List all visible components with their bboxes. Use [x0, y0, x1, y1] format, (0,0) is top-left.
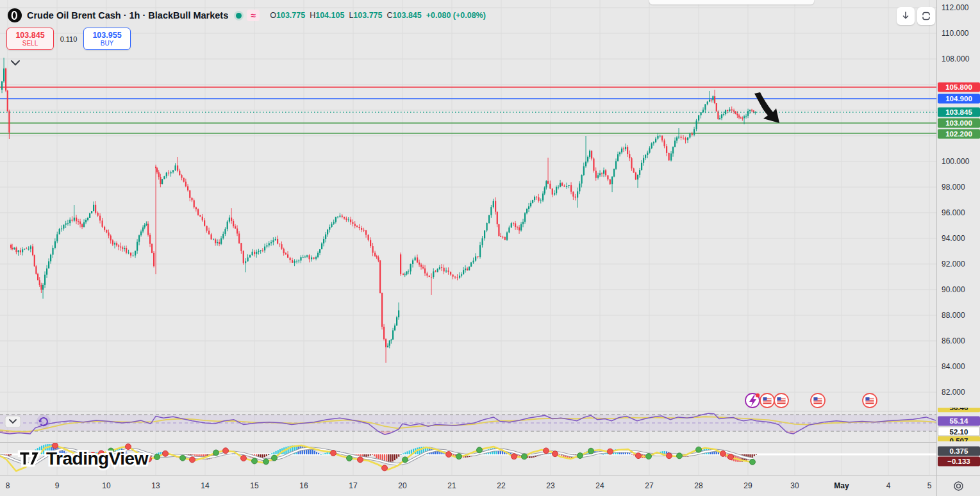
us-flag-event-icon[interactable]: [760, 393, 774, 408]
time-tick-label: 17: [349, 481, 357, 490]
axis-corner: [936, 475, 980, 496]
time-tick-label: 14: [201, 481, 209, 490]
price-tick-label: 108.000: [942, 54, 969, 63]
price-tick-label: 100.000: [942, 157, 969, 166]
close-value: 103.845: [393, 11, 422, 20]
sell-button[interactable]: 103.845 SELL: [6, 28, 54, 50]
price-label-chip: 56.46: [938, 403, 980, 413]
price-tick-label: 92.000: [942, 260, 965, 269]
time-tick-label: 8: [6, 481, 10, 490]
price-tick-label: 112.000: [942, 3, 969, 12]
price-label-chip: 103.000: [938, 119, 980, 128]
us-flag-event-icon[interactable]: [774, 393, 788, 408]
price-tick-label: 86.000: [942, 336, 965, 345]
ohlc-readout: O103.775 H104.105 L103.775 C103.845 +0.0…: [270, 11, 486, 20]
expand-icon: [920, 10, 932, 22]
time-tick-label: 23: [546, 481, 554, 490]
time-tick-label: May: [834, 481, 849, 490]
event-markers: [745, 393, 877, 408]
price-label-chip: 0.507: [938, 436, 980, 446]
sell-price: 103.845: [15, 31, 44, 40]
approx-data-icon[interactable]: ≈: [247, 10, 260, 21]
download-button[interactable]: [897, 7, 915, 25]
buy-price: 103.955: [92, 31, 121, 40]
grid-lines: [0, 0, 936, 475]
price-label-chip: 102.200: [938, 129, 980, 139]
time-tick-label: 4: [886, 481, 891, 490]
time-tick-label: 30: [790, 481, 799, 490]
market-status-icon[interactable]: [236, 13, 242, 19]
price-label-chip: −0.133: [938, 457, 980, 467]
us-flag-event-icon[interactable]: [811, 393, 825, 408]
open-value: 103.775: [276, 11, 305, 20]
time-axis[interactable]: 89101314151617202122232427282930May45: [0, 475, 936, 496]
time-tick-label: 9: [55, 481, 60, 490]
price-tick-label: 84.000: [942, 362, 965, 371]
time-tick-label: 16: [299, 481, 308, 490]
time-tick-label: 21: [447, 481, 456, 490]
price-tick-label: 96.000: [942, 208, 965, 217]
fullscreen-button[interactable]: [917, 7, 935, 25]
low-value: 103.775: [353, 11, 382, 20]
high-value: 104.105: [315, 11, 344, 20]
price-tick-label: 82.000: [942, 388, 965, 397]
chart-window: Crude Oil Brent Cash · 1h · BlackBull Ma…: [0, 0, 980, 496]
price-tick-label: 110.000: [942, 29, 969, 38]
time-tick-label: 22: [497, 481, 505, 490]
symbol-logo-icon: [8, 8, 22, 22]
price-label-chip: 104.900: [938, 94, 980, 104]
gear-icon[interactable]: [953, 481, 964, 492]
price-tick-label: 90.000: [942, 285, 965, 294]
price-pane-collapse-button[interactable]: [12, 61, 19, 65]
time-tick-label: 24: [595, 481, 604, 490]
price-label-chip: 103.845: [938, 108, 980, 117]
price-tick-label: 94.000: [942, 234, 965, 243]
time-tick-label: 13: [151, 481, 160, 490]
price-tick-label: 98.000: [942, 183, 965, 192]
change-value: +0.080 (+0.08%): [426, 11, 486, 20]
price-axis[interactable]: 112.000110.000108.000100.00098.00096.000…: [936, 0, 980, 475]
time-tick-label: 15: [250, 481, 258, 490]
chart-header: Crude Oil Brent Cash · 1h · BlackBull Ma…: [8, 8, 486, 22]
spread-value: 0.110: [54, 35, 83, 43]
floating-toolbar-edge: [649, 0, 814, 4]
symbol-title[interactable]: Crude Oil Brent Cash · 1h · BlackBull Ma…: [27, 10, 228, 21]
rsi-pane: [0, 0, 936, 434]
trade-panel: 103.845 SELL 0.110 103.955 BUY: [6, 28, 131, 50]
time-tick-label: 20: [398, 481, 406, 490]
us-flag-event-icon[interactable]: [863, 393, 877, 408]
buy-button[interactable]: 103.955 BUY: [83, 28, 131, 50]
arrow-annotation: [754, 92, 779, 123]
time-tick-label: 5: [927, 481, 932, 490]
time-tick-label: 10: [102, 481, 110, 490]
candlestick-series: [1, 58, 756, 363]
price-label-chip: 105.800: [938, 83, 980, 92]
price-label-chip: 0.375: [938, 447, 980, 456]
lightning-event-icon[interactable]: [745, 393, 760, 408]
price-tick-label: 88.000: [942, 311, 965, 320]
rsi-pane-collapse-button[interactable]: [5, 416, 21, 427]
price-label-chip: 55.14: [938, 417, 980, 426]
chart-canvas[interactable]: [0, 0, 936, 475]
price-label-chip: 52.10: [938, 427, 980, 436]
time-tick-label: 29: [743, 481, 752, 490]
rsi-refresh-icon[interactable]: [37, 415, 51, 429]
chart-actions: [897, 7, 935, 25]
down-arrow-icon: [901, 11, 911, 21]
macd-pane: [0, 443, 936, 471]
time-tick-label: 27: [645, 481, 653, 490]
time-tick-label: 28: [694, 481, 702, 490]
